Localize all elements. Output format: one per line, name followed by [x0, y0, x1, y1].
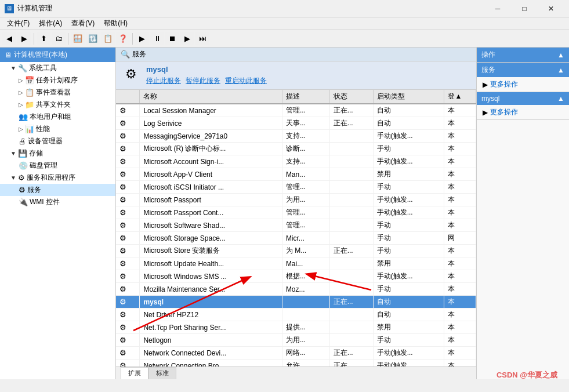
- refresh-button[interactable]: 🔃: [86, 32, 100, 45]
- table-row[interactable]: ⚙Microsoft Passport Cont...管理...手动(触发...…: [116, 206, 476, 219]
- service-row-startup: 自动: [373, 308, 444, 321]
- table-row[interactable]: ⚙Microsoft iSCSI Initiator ...管理...手动本: [116, 181, 476, 194]
- disk-management-label: 磁盘管理: [30, 161, 57, 170]
- table-row[interactable]: ⚙Microsoft Storage Space...Micr...手动网: [116, 232, 476, 245]
- sidebar-item-services-apps[interactable]: ▼ ⚙ 服务和应用程序: [0, 172, 115, 184]
- pause-service-link[interactable]: 暂停此服务: [186, 76, 220, 86]
- table-row[interactable]: ⚙Microsoft Update Health...Mai...禁用本: [116, 257, 476, 270]
- actions-title-services[interactable]: 服务 ▲: [477, 63, 569, 77]
- menu-help[interactable]: 帮助(H): [99, 17, 132, 30]
- service-row-status: [329, 334, 373, 347]
- new-window-button[interactable]: 🪟: [71, 32, 85, 45]
- sidebar-item-services[interactable]: ⚙ 服务: [0, 184, 115, 196]
- service-row-name: Net Driver HPZ12: [140, 308, 282, 321]
- pause-button[interactable]: ⏸: [150, 32, 164, 45]
- tab-standard[interactable]: 标准: [148, 367, 176, 379]
- col-login-header[interactable]: 登▲: [444, 90, 476, 104]
- service-row-icon: ⚙: [119, 157, 126, 166]
- sidebar-item-shared-folders[interactable]: ▷ 📁 共享文件夹: [0, 99, 115, 111]
- status-bar: 扩展 标准: [116, 366, 476, 379]
- service-row-name: Microsoft Store 安装服务: [140, 245, 282, 257]
- event-viewer-icon: 📋: [25, 88, 34, 97]
- table-row[interactable]: ⚙Net.Tcp Port Sharing Ser...提供...禁用本: [116, 321, 476, 334]
- services-table-container[interactable]: 名称 描述 状态 启动类型 登▲ ⚙Local Session Manager管…: [116, 90, 476, 366]
- table-row[interactable]: ⚙Microsoft Store 安装服务为 M...正在...手动本: [116, 245, 476, 257]
- event-viewer-label: 事件查看器: [36, 88, 71, 97]
- expand-arrow: ▷: [19, 101, 23, 108]
- back-button[interactable]: ◀: [2, 32, 16, 45]
- menu-file[interactable]: 文件(F): [2, 17, 34, 30]
- service-row-status: 正在...: [329, 347, 373, 360]
- service-row-desc: 为用...: [282, 334, 329, 347]
- table-row[interactable]: ⚙Network Connected Devi...网络...正在...手动(触…: [116, 347, 476, 360]
- properties-button[interactable]: 📋: [101, 32, 115, 45]
- actions-title-operations[interactable]: 操作 ▲: [477, 48, 569, 62]
- table-row[interactable]: ⚙Microsoft Passport为用...手动(触发...本: [116, 194, 476, 206]
- sidebar-item-wmi[interactable]: 🔌 WMI 控件: [0, 196, 115, 208]
- table-row[interactable]: ⚙mysql正在...自动本: [116, 296, 476, 308]
- window-title: 计算机管理: [17, 3, 52, 13]
- table-row[interactable]: ⚙Mozilla Maintenance Ser...Moz...手动本: [116, 283, 476, 296]
- service-row-desc: 根据...: [282, 270, 329, 283]
- expand-arrow: ▼: [10, 65, 16, 71]
- table-row[interactable]: ⚙Log Serivice天事...正在...自动本: [116, 117, 476, 130]
- minimize-button[interactable]: ─: [484, 0, 511, 17]
- show-hide-button[interactable]: 🗂: [52, 32, 66, 45]
- more-actions-mysql-arrow: ▶: [483, 108, 488, 117]
- more-actions-mysql-link[interactable]: 更多操作: [490, 107, 518, 117]
- table-row[interactable]: ⚙Microsoft Software Shad...管理...手动本: [116, 219, 476, 232]
- maximize-button[interactable]: □: [511, 0, 538, 17]
- table-row[interactable]: ⚙Network Connection Bro...允许...正在...手动(触…: [116, 360, 476, 367]
- service-row-status: [329, 168, 373, 181]
- table-row[interactable]: ⚙Microsoft (R) 诊断中心标...诊断...手动本: [116, 143, 476, 155]
- status-tabs: 扩展 标准: [121, 367, 176, 379]
- service-row-icon: ⚙: [119, 234, 126, 242]
- col-status-header[interactable]: 状态: [329, 90, 373, 104]
- service-row-status: [329, 194, 373, 206]
- menu-view[interactable]: 查看(V): [67, 17, 99, 30]
- service-row-login: 本: [444, 296, 476, 308]
- table-row[interactable]: ⚙Microsoft Windows SMS ...根据...手动(触发...本: [116, 270, 476, 283]
- actions-more-mysql[interactable]: ▶ 更多操作: [477, 105, 569, 119]
- service-row-status: [329, 257, 373, 270]
- actions-title-mysql[interactable]: mysql ▲: [477, 92, 569, 105]
- sidebar-item-device-manager[interactable]: 🖨 设备管理器: [0, 135, 115, 147]
- col-desc-header[interactable]: 描述: [282, 90, 329, 104]
- skip-button[interactable]: ⏭: [195, 32, 209, 45]
- service-row-name: Microsoft Passport: [140, 194, 282, 206]
- stop-service-link[interactable]: 停止此服务: [146, 76, 181, 86]
- restart-service-link[interactable]: 重启动此服务: [225, 76, 267, 86]
- forward-button[interactable]: ▶: [17, 32, 31, 45]
- sidebar-item-system-tools[interactable]: ▼ 🔧 系统工具: [0, 62, 115, 74]
- col-name-header[interactable]: 名称: [140, 90, 282, 104]
- col-icon-header[interactable]: [116, 90, 140, 104]
- table-row[interactable]: ⚙Local Session Manager管理...正在...自动本: [116, 104, 476, 117]
- services-table: 名称 描述 状态 启动类型 登▲ ⚙Local Session Manager管…: [116, 90, 476, 366]
- sidebar-item-disk-management[interactable]: 💿 磁盘管理: [0, 159, 115, 172]
- actions-more-services[interactable]: ▶ 更多操作: [477, 77, 569, 92]
- col-startup-header[interactable]: 启动类型: [373, 90, 444, 104]
- export-button[interactable]: ▶: [135, 32, 149, 45]
- sidebar-item-task-scheduler[interactable]: ▷ 📅 任务计划程序: [0, 74, 115, 86]
- menu-action[interactable]: 操作(A): [34, 17, 67, 30]
- tab-extended[interactable]: 扩展: [121, 367, 148, 379]
- stop-button[interactable]: ⏹: [165, 32, 179, 45]
- table-row[interactable]: ⚙Microsoft Account Sign-i...支持...手动(触发..…: [116, 155, 476, 168]
- service-row-startup: 手动: [373, 334, 444, 347]
- sidebar-item-storage[interactable]: ▼ 💾 存储: [0, 147, 115, 159]
- more-actions-link[interactable]: 更多操作: [490, 79, 518, 89]
- table-row[interactable]: ⚙Netlogon为用...手动本: [116, 334, 476, 347]
- title-controls: ─ □ ✕: [484, 0, 564, 17]
- service-row-startup: 自动: [373, 296, 444, 308]
- up-button[interactable]: ⬆: [37, 32, 50, 45]
- service-row-startup: 自动: [373, 117, 444, 130]
- help-button[interactable]: ❓: [116, 32, 130, 45]
- play-button[interactable]: ▶: [180, 32, 194, 45]
- table-row[interactable]: ⚙MessagingService_2971a0支持...手动(触发...本: [116, 130, 476, 143]
- sidebar-item-local-users[interactable]: 👥 本地用户和组: [0, 111, 115, 123]
- close-button[interactable]: ✕: [538, 0, 564, 17]
- table-row[interactable]: ⚙Microsoft App-V ClientMan...禁用本: [116, 168, 476, 181]
- sidebar-item-event-viewer[interactable]: ▷ 📋 事件查看器: [0, 86, 115, 99]
- sidebar-item-performance[interactable]: ▷ 📊 性能: [0, 123, 115, 135]
- table-row[interactable]: ⚙Net Driver HPZ12自动本: [116, 308, 476, 321]
